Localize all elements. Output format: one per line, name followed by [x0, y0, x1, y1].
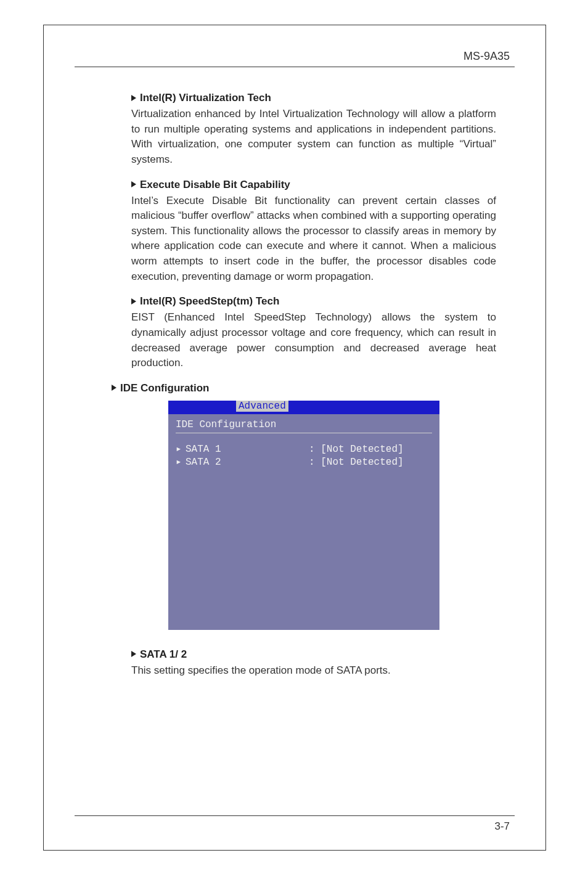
bios-body: IDE Configuration ▸ SATA 1 : [Not Detect…	[168, 414, 439, 630]
section-ide-title-text: IDE Configuration	[120, 382, 209, 394]
footer-rule	[75, 815, 515, 816]
arrow-icon	[131, 181, 136, 187]
bios-tab-advanced: Advanced	[236, 401, 288, 412]
section-ide: IDE Configuration Advanced IDE Configura…	[112, 382, 496, 630]
section-virt-title: Intel(R) Virtualization Tech	[131, 92, 496, 104]
section-virt-title-text: Intel(R) Virtualization Tech	[140, 92, 271, 104]
section-xd-title-text: Execute Disable Bit Capability	[140, 179, 290, 190]
bios-row-label: SATA 1	[186, 443, 309, 456]
bios-screenshot: Advanced IDE Configuration ▸ SATA 1 : [N…	[168, 401, 439, 630]
header-model: MS-9A35	[75, 50, 515, 63]
section-sata-title: SATA 1/ 2	[131, 648, 496, 661]
section-ss-title-text: Intel(R) SpeedStep(tm) Tech	[140, 295, 279, 307]
arrow-icon	[131, 95, 136, 101]
section-xd-body: Intel’s Execute Disable Bit functionalit…	[131, 194, 496, 285]
section-virt: Intel(R) Virtualization Tech Virtualizat…	[112, 92, 496, 168]
section-ss-title: Intel(R) SpeedStep(tm) Tech	[131, 295, 496, 308]
section-ss: Intel(R) SpeedStep(tm) Tech EIST (Enhanc…	[112, 295, 496, 371]
bios-tabbar: Advanced	[168, 401, 439, 414]
bios-row-sata1: ▸ SATA 1 : [Not Detected]	[176, 443, 432, 456]
section-ide-title: IDE Configuration	[112, 382, 496, 394]
content-area: Intel(R) Virtualization Tech Virtualizat…	[75, 92, 515, 679]
bios-arrow-icon: ▸	[176, 443, 186, 456]
bios-arrow-icon: ▸	[176, 456, 186, 469]
section-ss-body: EIST (Enhanced Intel SpeedStep Technolog…	[131, 310, 496, 371]
page-number: 3-7	[494, 820, 510, 833]
section-sata-body: This setting specifies the operation mod…	[131, 663, 496, 679]
section-xd-title: Execute Disable Bit Capability	[131, 179, 496, 191]
page-frame: MS-9A35 Intel(R) Virtualization Tech Vir…	[43, 25, 546, 851]
bios-row-value: : [Not Detected]	[309, 443, 432, 456]
section-xd: Execute Disable Bit Capability Intel’s E…	[112, 179, 496, 285]
section-virt-body: Virtualization enhanced by Intel Virtual…	[131, 107, 496, 168]
bios-row-value-text: [Not Detected]	[321, 457, 403, 468]
bios-rule	[176, 433, 432, 433]
bios-row-label: SATA 2	[186, 456, 309, 469]
section-sata: SATA 1/ 2 This setting specifies the ope…	[112, 648, 496, 679]
bios-row-value: : [Not Detected]	[309, 456, 432, 469]
arrow-icon	[131, 651, 136, 657]
bios-heading: IDE Configuration	[176, 419, 432, 430]
section-sata-title-text: SATA 1/ 2	[140, 648, 187, 660]
arrow-icon	[131, 298, 136, 304]
bios-row-sata2: ▸ SATA 2 : [Not Detected]	[176, 456, 432, 469]
header-rule	[75, 67, 515, 67]
arrow-icon	[112, 385, 116, 391]
bios-row-value-text: [Not Detected]	[321, 444, 403, 455]
